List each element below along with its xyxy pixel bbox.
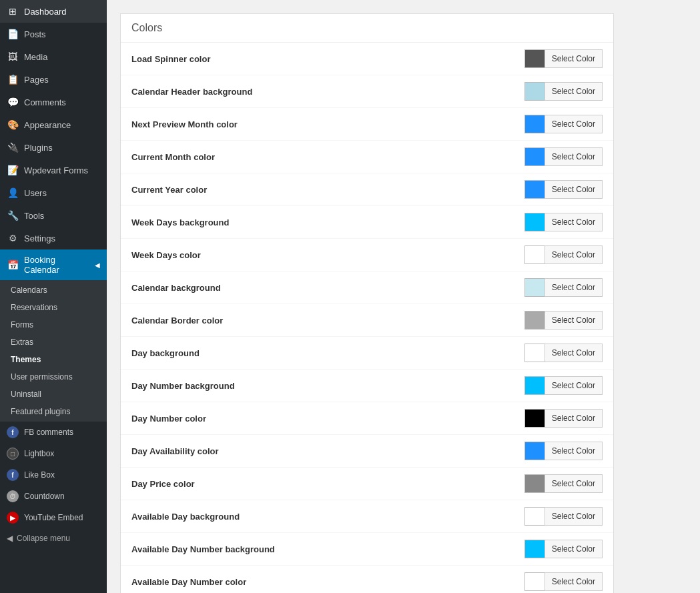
- plugin-item-lightbox[interactable]: □ Lightbox: [0, 443, 107, 464]
- plugin-item-youtube-embed[interactable]: ▶ YouTube Embed: [0, 507, 107, 528]
- sidebar-item-dashboard[interactable]: ⊞ Dashboard: [0, 0, 107, 23]
- sidebar-label-posts: Posts: [24, 29, 46, 39]
- booking-calendar-icon: 📅: [7, 259, 19, 271]
- color-row-calendar-header-bg: Calendar Header background Select Color: [121, 75, 613, 108]
- color-label-current-month: Current Month color: [131, 152, 524, 162]
- submenu-item-uninstall[interactable]: Uninstall: [0, 386, 107, 403]
- sidebar-item-media[interactable]: 🖼 Media: [0, 45, 107, 68]
- sidebar-item-comments[interactable]: 💬 Comments: [0, 91, 107, 113]
- select-color-btn-calendar-bg[interactable]: Select Color: [545, 278, 603, 297]
- color-swatch-day-price[interactable]: [524, 474, 545, 493]
- color-swatch-available-day-number-color[interactable]: [524, 572, 545, 591]
- fb-comments-icon: f: [7, 426, 19, 438]
- color-swatch-load-spinner[interactable]: [524, 49, 545, 68]
- color-row-day-availability: Day Availability color Select Color: [121, 435, 613, 468]
- color-swatch-available-day-number-bg[interactable]: [524, 540, 545, 558]
- color-swatch-week-days-bg[interactable]: [524, 213, 545, 231]
- tools-icon: 🔧: [7, 209, 19, 221]
- color-label-calendar-bg: Calendar background: [131, 283, 524, 293]
- select-color-btn-week-days-color[interactable]: Select Color: [545, 245, 603, 264]
- sidebar-item-appearance[interactable]: 🎨 Appearance: [0, 113, 107, 136]
- select-color-btn-calendar-header-bg[interactable]: Select Color: [545, 82, 603, 101]
- color-swatch-current-year[interactable]: [524, 180, 545, 199]
- select-color-btn-available-day-number-color[interactable]: Select Color: [545, 572, 603, 591]
- sidebar-label-users: Users: [24, 188, 47, 198]
- plugin-label-countdown: Countdown: [24, 492, 65, 501]
- sidebar-item-booking-calendar[interactable]: 📅 Booking Calendar ◀: [0, 249, 107, 280]
- sidebar-item-wpdevart-forms[interactable]: 📝 Wpdevart Forms: [0, 159, 107, 181]
- color-label-day-number-color: Day Number color: [131, 414, 524, 424]
- select-color-btn-day-availability[interactable]: Select Color: [545, 442, 603, 460]
- color-swatch-day-bg[interactable]: [524, 344, 545, 362]
- collapse-arrow-icon: ◀: [7, 534, 13, 543]
- select-color-btn-current-month[interactable]: Select Color: [545, 147, 603, 166]
- sidebar-label-dashboard: Dashboard: [24, 7, 67, 17]
- submenu-item-extras[interactable]: Extras: [0, 334, 107, 351]
- color-swatch-day-number-bg[interactable]: [524, 376, 545, 395]
- color-control-available-day-number-bg: Select Color: [524, 540, 603, 558]
- select-color-btn-day-bg[interactable]: Select Color: [545, 344, 603, 362]
- youtube-embed-icon: ▶: [7, 512, 19, 524]
- color-row-calendar-bg: Calendar background Select Color: [121, 271, 613, 304]
- plugin-item-like-box[interactable]: f Like Box: [0, 464, 107, 486]
- color-control-week-days-color: Select Color: [524, 245, 603, 264]
- color-row-day-number-color: Day Number color Select Color: [121, 402, 613, 435]
- color-control-calendar-bg: Select Color: [524, 278, 603, 297]
- submenu-item-calendars[interactable]: Calendars: [0, 281, 107, 299]
- color-label-current-year: Current Year color: [131, 185, 524, 195]
- submenu-item-featured-plugins[interactable]: Featured plugins: [0, 403, 107, 420]
- select-color-btn-current-year[interactable]: Select Color: [545, 180, 603, 199]
- sidebar-item-plugins[interactable]: 🔌 Plugins: [0, 136, 107, 159]
- sidebar-item-tools[interactable]: 🔧 Tools: [0, 204, 107, 227]
- color-label-day-price: Day Price color: [131, 479, 524, 489]
- color-swatch-week-days-color[interactable]: [524, 245, 545, 264]
- arrow-icon: ◀: [95, 261, 100, 269]
- like-box-icon: f: [7, 469, 19, 481]
- plugin-item-fb-comments[interactable]: f FB comments: [0, 422, 107, 443]
- select-color-btn-calendar-border[interactable]: Select Color: [545, 311, 603, 330]
- color-swatch-available-day-bg[interactable]: [524, 507, 545, 526]
- sidebar-item-posts[interactable]: 📄 Posts: [0, 23, 107, 45]
- sidebar-label-tools: Tools: [24, 211, 44, 221]
- sidebar-item-users[interactable]: 👤 Users: [0, 181, 107, 204]
- sidebar-label-wpdevart-forms: Wpdevart Forms: [24, 165, 88, 175]
- submenu-item-user-permissions[interactable]: User permissions: [0, 368, 107, 386]
- color-label-calendar-header-bg: Calendar Header background: [131, 87, 524, 97]
- select-color-btn-day-price[interactable]: Select Color: [545, 474, 603, 493]
- color-row-current-year: Current Year color Select Color: [121, 173, 613, 206]
- select-color-btn-day-number-bg[interactable]: Select Color: [545, 376, 603, 395]
- color-label-next-preview-month: Next Preview Month color: [131, 119, 524, 129]
- plugin-item-countdown[interactable]: ⏱ Countdown: [0, 486, 107, 507]
- color-swatch-calendar-border[interactable]: [524, 311, 545, 330]
- color-row-available-day-number-bg: Available Day Number background Select C…: [121, 533, 613, 566]
- color-control-day-bg: Select Color: [524, 344, 603, 362]
- color-swatch-calendar-header-bg[interactable]: [524, 82, 545, 101]
- color-swatch-calendar-bg[interactable]: [524, 278, 545, 297]
- submenu-item-reservations[interactable]: Reservations: [0, 299, 107, 316]
- select-color-btn-available-day-number-bg[interactable]: Select Color: [545, 540, 603, 558]
- color-control-current-month: Select Color: [524, 147, 603, 166]
- sidebar-item-settings[interactable]: ⚙ Settings: [0, 227, 107, 249]
- sidebar-item-pages[interactable]: 📋 Pages: [0, 68, 107, 91]
- select-color-btn-available-day-bg[interactable]: Select Color: [545, 507, 603, 526]
- color-label-available-day-bg: Available Day background: [131, 512, 524, 522]
- select-color-btn-day-number-color[interactable]: Select Color: [545, 409, 603, 428]
- select-color-btn-load-spinner[interactable]: Select Color: [545, 49, 603, 68]
- sidebar-label-media: Media: [24, 52, 47, 62]
- color-label-day-number-bg: Day Number background: [131, 381, 524, 391]
- collapse-menu[interactable]: ◀ Collapse menu: [0, 528, 107, 548]
- color-swatch-day-availability[interactable]: [524, 442, 545, 460]
- color-swatch-day-number-color[interactable]: [524, 409, 545, 428]
- color-swatch-next-preview-month[interactable]: [524, 115, 545, 133]
- color-control-available-day-bg: Select Color: [524, 507, 603, 526]
- color-row-week-days-color: Week Days color Select Color: [121, 239, 613, 271]
- color-swatch-current-month[interactable]: [524, 147, 545, 166]
- color-label-calendar-border: Calendar Border color: [131, 316, 524, 326]
- submenu-item-themes[interactable]: Themes: [0, 351, 107, 368]
- select-color-btn-next-preview-month[interactable]: Select Color: [545, 115, 603, 133]
- sidebar-booking-calendar-label: Booking Calendar: [24, 255, 89, 275]
- lightbox-icon: □: [7, 448, 19, 460]
- color-row-day-number-bg: Day Number background Select Color: [121, 370, 613, 402]
- submenu-item-forms[interactable]: Forms: [0, 316, 107, 334]
- select-color-btn-week-days-bg[interactable]: Select Color: [545, 213, 603, 231]
